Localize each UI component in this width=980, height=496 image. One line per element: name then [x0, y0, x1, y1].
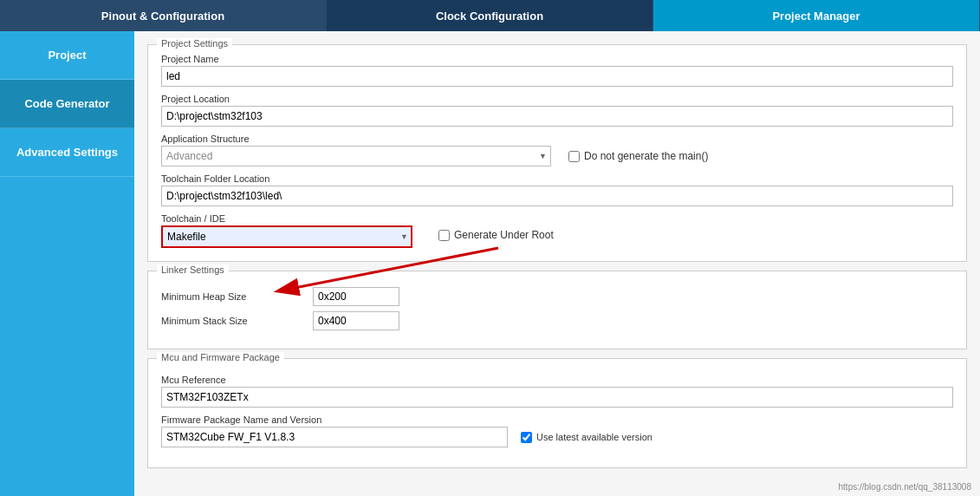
sidebar-item-project[interactable]: Project: [0, 31, 134, 80]
toolchain-ide-select[interactable]: Makefile: [161, 225, 412, 248]
mcu-firmware-title: Mcu and Firmware Package: [157, 352, 284, 362]
toolchain-ide-label: Toolchain / IDE: [161, 213, 421, 224]
mcu-reference-label: Mcu Reference: [161, 375, 953, 385]
project-name-input[interactable]: [161, 66, 953, 87]
toolchain-folder-row: Toolchain Folder Location: [161, 173, 953, 206]
project-location-row: Project Location: [161, 94, 953, 127]
project-name-label: Project Name: [161, 54, 953, 64]
linker-settings-section: Linker Settings Minimum Heap Size Minimu…: [147, 271, 967, 349]
tab-clock[interactable]: Clock Configuration: [327, 0, 653, 31]
project-location-label: Project Location: [161, 94, 953, 104]
app-structure-select-wrapper: Advanced: [161, 146, 551, 166]
update-available-label[interactable]: Use latest available version: [521, 432, 652, 443]
min-stack-row: Minimum Stack Size: [161, 311, 953, 330]
sidebar: Project Code Generator Advanced Settings: [0, 31, 134, 496]
toolchain-ide-row: Toolchain / IDE Makefile Generate Under …: [161, 213, 953, 248]
mcu-reference-row: Mcu Reference: [161, 375, 953, 408]
generate-under-root-checkbox[interactable]: [438, 230, 450, 241]
watermark: https://blog.csdn.net/qq_38113008: [839, 482, 971, 492]
min-heap-input[interactable]: [313, 287, 399, 306]
min-heap-label: Minimum Heap Size: [161, 291, 300, 302]
project-name-row: Project Name: [161, 54, 953, 87]
do-not-generate-main-checkbox[interactable]: [568, 151, 580, 162]
toolchain-folder-label: Toolchain Folder Location: [161, 173, 953, 184]
top-navigation: Pinout & Configuration Clock Configurati…: [0, 0, 980, 31]
application-structure-row: Application Structure Advanced Do not ge…: [161, 134, 953, 166]
main-layout: Project Code Generator Advanced Settings…: [0, 31, 980, 496]
application-structure-select[interactable]: Advanced: [161, 146, 551, 166]
tab-project-manager[interactable]: Project Manager: [653, 0, 980, 31]
sidebar-item-advanced-settings[interactable]: Advanced Settings: [0, 128, 134, 177]
do-not-generate-main-label[interactable]: Do not generate the main(): [568, 150, 708, 162]
firmware-package-row: Firmware Package Name and Version Use la…: [161, 414, 953, 447]
toolchain-ide-right: Generate Under Root: [438, 213, 554, 241]
app-structure-control-row: Advanced Do not generate the main(): [161, 146, 953, 166]
sidebar-item-code-generator[interactable]: Code Generator: [0, 80, 134, 128]
generate-under-root-label[interactable]: Generate Under Root: [438, 229, 554, 241]
min-stack-label: Minimum Stack Size: [161, 316, 300, 326]
min-heap-row: Minimum Heap Size: [161, 287, 953, 306]
toolchain-folder-input[interactable]: [161, 186, 953, 206]
mcu-firmware-section: Mcu and Firmware Package Mcu Reference F…: [147, 358, 967, 468]
firmware-package-input[interactable]: [161, 427, 508, 447]
firmware-package-label: Firmware Package Name and Version: [161, 414, 953, 425]
tab-pinout[interactable]: Pinout & Configuration: [0, 0, 327, 31]
project-location-input[interactable]: [161, 106, 953, 127]
min-stack-input[interactable]: [313, 311, 399, 330]
application-structure-label: Application Structure: [161, 134, 953, 144]
content-area: Project Settings Project Name Project Lo…: [134, 31, 980, 496]
project-settings-section: Project Settings Project Name Project Lo…: [147, 44, 967, 262]
toolchain-ide-select-wrapper: Makefile: [161, 225, 412, 248]
update-available-checkbox[interactable]: [521, 432, 532, 443]
project-settings-title: Project Settings: [157, 38, 232, 49]
linker-settings-title: Linker Settings: [157, 264, 229, 275]
toolchain-ide-left: Toolchain / IDE Makefile: [161, 213, 421, 248]
mcu-reference-input[interactable]: [161, 387, 953, 408]
